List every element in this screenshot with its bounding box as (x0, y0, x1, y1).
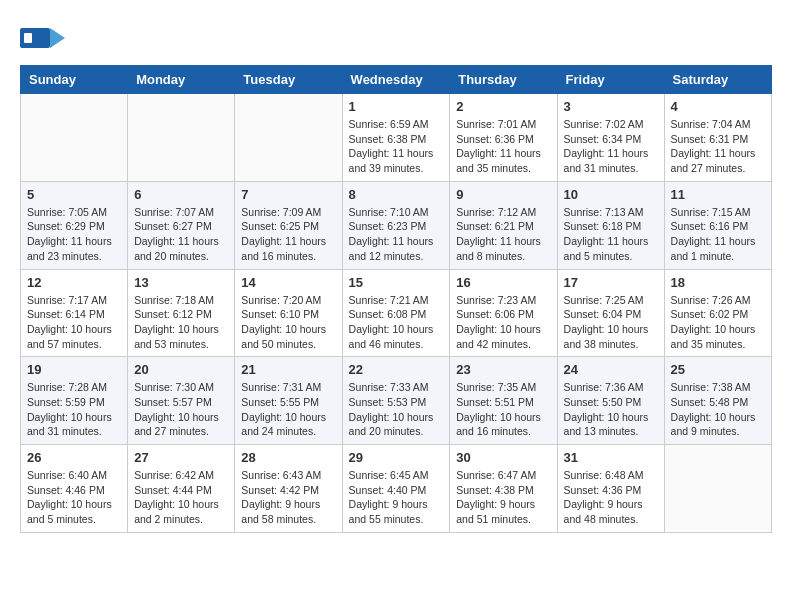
day-info: Sunrise: 7:23 AM Sunset: 6:06 PM Dayligh… (456, 293, 550, 352)
day-number: 14 (241, 275, 335, 290)
calendar-week-row: 26Sunrise: 6:40 AM Sunset: 4:46 PM Dayli… (21, 445, 772, 533)
day-number: 12 (27, 275, 121, 290)
calendar-cell: 26Sunrise: 6:40 AM Sunset: 4:46 PM Dayli… (21, 445, 128, 533)
day-info: Sunrise: 7:28 AM Sunset: 5:59 PM Dayligh… (27, 380, 121, 439)
calendar-cell: 22Sunrise: 7:33 AM Sunset: 5:53 PM Dayli… (342, 357, 450, 445)
day-number: 3 (564, 99, 658, 114)
day-info: Sunrise: 7:05 AM Sunset: 6:29 PM Dayligh… (27, 205, 121, 264)
day-info: Sunrise: 7:20 AM Sunset: 6:10 PM Dayligh… (241, 293, 335, 352)
day-number: 23 (456, 362, 550, 377)
day-number: 26 (27, 450, 121, 465)
calendar-cell (128, 94, 235, 182)
calendar-cell: 15Sunrise: 7:21 AM Sunset: 6:08 PM Dayli… (342, 269, 450, 357)
day-number: 22 (349, 362, 444, 377)
calendar-cell: 21Sunrise: 7:31 AM Sunset: 5:55 PM Dayli… (235, 357, 342, 445)
day-info: Sunrise: 7:10 AM Sunset: 6:23 PM Dayligh… (349, 205, 444, 264)
day-info: Sunrise: 7:07 AM Sunset: 6:27 PM Dayligh… (134, 205, 228, 264)
day-info: Sunrise: 6:45 AM Sunset: 4:40 PM Dayligh… (349, 468, 444, 527)
day-number: 30 (456, 450, 550, 465)
calendar-cell: 19Sunrise: 7:28 AM Sunset: 5:59 PM Dayli… (21, 357, 128, 445)
svg-marker-1 (50, 28, 65, 48)
calendar-cell: 4Sunrise: 7:04 AM Sunset: 6:31 PM Daylig… (664, 94, 771, 182)
day-info: Sunrise: 7:30 AM Sunset: 5:57 PM Dayligh… (134, 380, 228, 439)
day-number: 31 (564, 450, 658, 465)
day-number: 25 (671, 362, 765, 377)
calendar-cell: 27Sunrise: 6:42 AM Sunset: 4:44 PM Dayli… (128, 445, 235, 533)
day-number: 15 (349, 275, 444, 290)
calendar-cell: 11Sunrise: 7:15 AM Sunset: 6:16 PM Dayli… (664, 181, 771, 269)
calendar-cell: 14Sunrise: 7:20 AM Sunset: 6:10 PM Dayli… (235, 269, 342, 357)
day-number: 20 (134, 362, 228, 377)
day-number: 27 (134, 450, 228, 465)
calendar-header-monday: Monday (128, 66, 235, 94)
calendar-cell: 25Sunrise: 7:38 AM Sunset: 5:48 PM Dayli… (664, 357, 771, 445)
calendar-cell (664, 445, 771, 533)
day-number: 16 (456, 275, 550, 290)
calendar-cell: 17Sunrise: 7:25 AM Sunset: 6:04 PM Dayli… (557, 269, 664, 357)
calendar-cell: 6Sunrise: 7:07 AM Sunset: 6:27 PM Daylig… (128, 181, 235, 269)
day-info: Sunrise: 7:21 AM Sunset: 6:08 PM Dayligh… (349, 293, 444, 352)
day-info: Sunrise: 7:01 AM Sunset: 6:36 PM Dayligh… (456, 117, 550, 176)
calendar-cell: 10Sunrise: 7:13 AM Sunset: 6:18 PM Dayli… (557, 181, 664, 269)
svg-rect-2 (24, 33, 32, 43)
calendar-cell: 8Sunrise: 7:10 AM Sunset: 6:23 PM Daylig… (342, 181, 450, 269)
day-info: Sunrise: 7:12 AM Sunset: 6:21 PM Dayligh… (456, 205, 550, 264)
day-number: 6 (134, 187, 228, 202)
calendar-cell: 16Sunrise: 7:23 AM Sunset: 6:06 PM Dayli… (450, 269, 557, 357)
calendar-header-thursday: Thursday (450, 66, 557, 94)
calendar-week-row: 19Sunrise: 7:28 AM Sunset: 5:59 PM Dayli… (21, 357, 772, 445)
day-info: Sunrise: 7:09 AM Sunset: 6:25 PM Dayligh… (241, 205, 335, 264)
day-info: Sunrise: 7:38 AM Sunset: 5:48 PM Dayligh… (671, 380, 765, 439)
calendar-cell: 28Sunrise: 6:43 AM Sunset: 4:42 PM Dayli… (235, 445, 342, 533)
day-info: Sunrise: 6:48 AM Sunset: 4:36 PM Dayligh… (564, 468, 658, 527)
calendar-cell: 20Sunrise: 7:30 AM Sunset: 5:57 PM Dayli… (128, 357, 235, 445)
calendar-cell: 5Sunrise: 7:05 AM Sunset: 6:29 PM Daylig… (21, 181, 128, 269)
calendar-cell: 18Sunrise: 7:26 AM Sunset: 6:02 PM Dayli… (664, 269, 771, 357)
day-info: Sunrise: 7:04 AM Sunset: 6:31 PM Dayligh… (671, 117, 765, 176)
logo (20, 20, 67, 55)
calendar-cell (21, 94, 128, 182)
day-info: Sunrise: 6:43 AM Sunset: 4:42 PM Dayligh… (241, 468, 335, 527)
calendar-header-friday: Friday (557, 66, 664, 94)
day-number: 9 (456, 187, 550, 202)
day-info: Sunrise: 7:35 AM Sunset: 5:51 PM Dayligh… (456, 380, 550, 439)
day-number: 13 (134, 275, 228, 290)
calendar-week-row: 1Sunrise: 6:59 AM Sunset: 6:38 PM Daylig… (21, 94, 772, 182)
day-number: 28 (241, 450, 335, 465)
calendar-cell (235, 94, 342, 182)
day-info: Sunrise: 6:47 AM Sunset: 4:38 PM Dayligh… (456, 468, 550, 527)
calendar-cell: 3Sunrise: 7:02 AM Sunset: 6:34 PM Daylig… (557, 94, 664, 182)
day-info: Sunrise: 7:36 AM Sunset: 5:50 PM Dayligh… (564, 380, 658, 439)
day-number: 10 (564, 187, 658, 202)
day-number: 29 (349, 450, 444, 465)
calendar-week-row: 12Sunrise: 7:17 AM Sunset: 6:14 PM Dayli… (21, 269, 772, 357)
calendar-cell: 9Sunrise: 7:12 AM Sunset: 6:21 PM Daylig… (450, 181, 557, 269)
calendar-header-sunday: Sunday (21, 66, 128, 94)
day-info: Sunrise: 7:15 AM Sunset: 6:16 PM Dayligh… (671, 205, 765, 264)
calendar-header-row: SundayMondayTuesdayWednesdayThursdayFrid… (21, 66, 772, 94)
calendar-cell: 23Sunrise: 7:35 AM Sunset: 5:51 PM Dayli… (450, 357, 557, 445)
day-info: Sunrise: 7:33 AM Sunset: 5:53 PM Dayligh… (349, 380, 444, 439)
day-info: Sunrise: 7:17 AM Sunset: 6:14 PM Dayligh… (27, 293, 121, 352)
calendar-header-saturday: Saturday (664, 66, 771, 94)
calendar-cell: 12Sunrise: 7:17 AM Sunset: 6:14 PM Dayli… (21, 269, 128, 357)
day-number: 21 (241, 362, 335, 377)
calendar-cell: 24Sunrise: 7:36 AM Sunset: 5:50 PM Dayli… (557, 357, 664, 445)
calendar-header-wednesday: Wednesday (342, 66, 450, 94)
calendar-cell: 13Sunrise: 7:18 AM Sunset: 6:12 PM Dayli… (128, 269, 235, 357)
calendar-cell: 29Sunrise: 6:45 AM Sunset: 4:40 PM Dayli… (342, 445, 450, 533)
calendar-header-tuesday: Tuesday (235, 66, 342, 94)
day-number: 1 (349, 99, 444, 114)
day-info: Sunrise: 6:40 AM Sunset: 4:46 PM Dayligh… (27, 468, 121, 527)
day-info: Sunrise: 7:02 AM Sunset: 6:34 PM Dayligh… (564, 117, 658, 176)
day-info: Sunrise: 7:25 AM Sunset: 6:04 PM Dayligh… (564, 293, 658, 352)
calendar-cell: 7Sunrise: 7:09 AM Sunset: 6:25 PM Daylig… (235, 181, 342, 269)
day-info: Sunrise: 6:42 AM Sunset: 4:44 PM Dayligh… (134, 468, 228, 527)
day-number: 5 (27, 187, 121, 202)
day-number: 8 (349, 187, 444, 202)
calendar-cell: 1Sunrise: 6:59 AM Sunset: 6:38 PM Daylig… (342, 94, 450, 182)
day-info: Sunrise: 7:31 AM Sunset: 5:55 PM Dayligh… (241, 380, 335, 439)
day-info: Sunrise: 6:59 AM Sunset: 6:38 PM Dayligh… (349, 117, 444, 176)
calendar-cell: 2Sunrise: 7:01 AM Sunset: 6:36 PM Daylig… (450, 94, 557, 182)
calendar-week-row: 5Sunrise: 7:05 AM Sunset: 6:29 PM Daylig… (21, 181, 772, 269)
